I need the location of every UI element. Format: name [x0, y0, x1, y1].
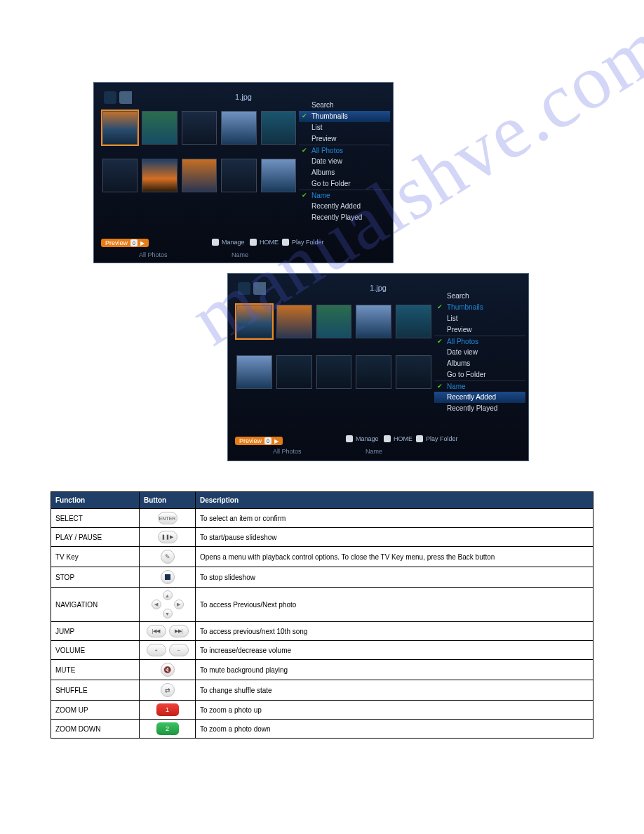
photo-thumbnail[interactable] — [102, 111, 137, 145]
menu-item-recently-played[interactable]: Recently Played — [299, 212, 390, 223]
play-key-icon — [282, 239, 289, 246]
preview-chip[interactable]: Preview 0 ▶ — [101, 239, 149, 247]
cell-description: To access previous/next 10th song — [196, 622, 593, 641]
menu-item-label: Recently Added — [447, 392, 496, 403]
home-key-icon — [250, 239, 257, 246]
menu-item-search[interactable]: Search — [434, 291, 525, 302]
menu-item-date-view[interactable]: Date view — [434, 347, 525, 358]
menu-item-label: Recently Played — [311, 212, 362, 223]
play-folder-label: Play Folder — [426, 435, 458, 442]
status-right: Name — [232, 251, 248, 258]
cell-button — [140, 567, 196, 588]
cell-button: |◀◀▶▶| — [140, 622, 196, 641]
menu-item-label: Name — [447, 381, 466, 392]
key-0-icon: 0 — [264, 437, 271, 444]
menu-item-search[interactable]: Search — [299, 100, 390, 111]
photo-thumbnail[interactable] — [221, 159, 256, 192]
check-icon: ✔ — [302, 147, 308, 154]
menu-item-label: Preview — [311, 133, 337, 145]
manage-key-icon — [212, 239, 219, 246]
menu-item-albums[interactable]: Albums — [299, 167, 390, 178]
folder-icon — [253, 282, 266, 295]
mute-button-icon: 🔇 — [161, 663, 175, 677]
menu-item-list[interactable]: List — [299, 122, 390, 133]
check-icon: ✔ — [437, 338, 443, 345]
photo-thumbnail[interactable] — [261, 111, 296, 145]
photo-thumbnail[interactable] — [221, 111, 256, 145]
home-icon — [104, 91, 116, 104]
menu-item-label: Thumbnails — [447, 302, 483, 313]
photo-thumbnail[interactable] — [276, 305, 312, 338]
photo-thumbnail[interactable] — [396, 305, 431, 338]
preview-chip[interactable]: Preview 0 ▶ — [235, 437, 283, 445]
menu-item-label: Thumbnails — [311, 111, 348, 122]
screenshot-thumbnails-2: 1.jpg Search✔ThumbnailsListPreview✔All P… — [227, 273, 529, 461]
tv-key-button-icon: ✎ — [161, 550, 175, 564]
menu-item-all-photos[interactable]: ✔All Photos — [299, 145, 390, 156]
menu-item-albums[interactable]: Albums — [434, 358, 525, 369]
photo-thumbnail[interactable] — [236, 305, 272, 338]
manage-label: Manage — [356, 435, 379, 442]
cell-description: To zoom a photo down — [196, 720, 593, 739]
cell-description: To zoom a photo up — [196, 701, 593, 720]
cell-function: SELECT — [51, 509, 140, 528]
cell-description: To start/pause slideshow — [196, 528, 593, 547]
table-row: SELECTENTERTo select an item or confirm — [51, 509, 593, 528]
menu-item-label: Albums — [311, 167, 335, 178]
menu-item-thumbnails[interactable]: ✔Thumbnails — [434, 302, 525, 313]
check-icon: ✔ — [302, 192, 308, 199]
photo-thumbnail[interactable] — [356, 355, 391, 389]
menu-item-recently-added[interactable]: Recently Added — [299, 201, 390, 212]
cell-description: To stop slideshow — [196, 567, 593, 588]
photo-thumbnail[interactable] — [276, 355, 312, 389]
check-icon: ✔ — [302, 113, 308, 119]
photo-thumbnail[interactable] — [142, 159, 177, 192]
cell-function: VOLUME — [51, 641, 140, 660]
photo-thumbnail[interactable] — [102, 159, 137, 192]
cell-function: TV Key — [51, 547, 140, 567]
tv-title: 1.jpg — [235, 93, 252, 101]
table-row: MUTE🔇To mute background playing — [51, 660, 593, 680]
key-0-icon: 0 — [130, 239, 137, 246]
manage-label: Manage — [222, 239, 245, 246]
photo-thumbnail[interactable] — [316, 355, 352, 389]
menu-item-preview[interactable]: Preview — [434, 324, 525, 336]
menu-item-name[interactable]: ✔Name — [434, 380, 525, 392]
menu-item-label: List — [447, 313, 458, 324]
play-arrow-icon: ▶ — [274, 438, 279, 444]
photo-thumbnail[interactable] — [236, 355, 272, 389]
menu-item-preview[interactable]: Preview — [299, 133, 390, 145]
menu-item-name[interactable]: ✔Name — [299, 190, 390, 201]
enter-button-icon: ENTER — [158, 512, 177, 524]
photo-thumbnail[interactable] — [182, 159, 217, 192]
photo-thumbnail[interactable] — [356, 305, 391, 338]
menu-item-go-to-folder[interactable]: Go to Folder — [434, 369, 525, 380]
volume-down-button-icon: − — [169, 644, 189, 656]
menu-item-date-view[interactable]: Date view — [299, 156, 390, 167]
preview-label: Preview — [239, 437, 262, 444]
menu-item-recently-added[interactable]: Recently Added — [434, 392, 525, 403]
menu-item-recently-played[interactable]: Recently Played — [434, 403, 525, 414]
menu-item-go-to-folder[interactable]: Go to Folder — [299, 178, 390, 190]
red-1-button-icon: 1 — [156, 703, 179, 716]
cell-function: ZOOM UP — [51, 701, 140, 720]
photo-thumbnail[interactable] — [261, 159, 296, 192]
stop-button-icon — [161, 570, 175, 584]
menu-item-thumbnails[interactable]: ✔Thumbnails — [299, 111, 390, 122]
cell-function: SHUFFLE — [51, 680, 140, 701]
cell-description: To select an item or confirm — [196, 509, 593, 528]
cell-function: NAVIGATION — [51, 588, 140, 622]
photo-thumbnail[interactable] — [142, 111, 177, 145]
cell-button: 2 — [140, 720, 196, 739]
photo-thumbnail[interactable] — [182, 111, 217, 145]
cell-description: To mute background playing — [196, 660, 593, 680]
table-row: PLAY / PAUSE❚❚▶To start/pause slideshow — [51, 528, 593, 547]
cell-button: ❚❚▶ — [140, 528, 196, 547]
cell-button: ✎ — [140, 547, 196, 567]
menu-item-list[interactable]: List — [434, 313, 525, 324]
table-header-function: Function — [51, 492, 140, 509]
photo-thumbnail[interactable] — [396, 355, 431, 389]
menu-item-all-photos[interactable]: ✔All Photos — [434, 336, 525, 347]
table-row: NAVIGATION▲▼◀▶To access Previous/Next ph… — [51, 588, 593, 622]
photo-thumbnail[interactable] — [316, 305, 352, 338]
